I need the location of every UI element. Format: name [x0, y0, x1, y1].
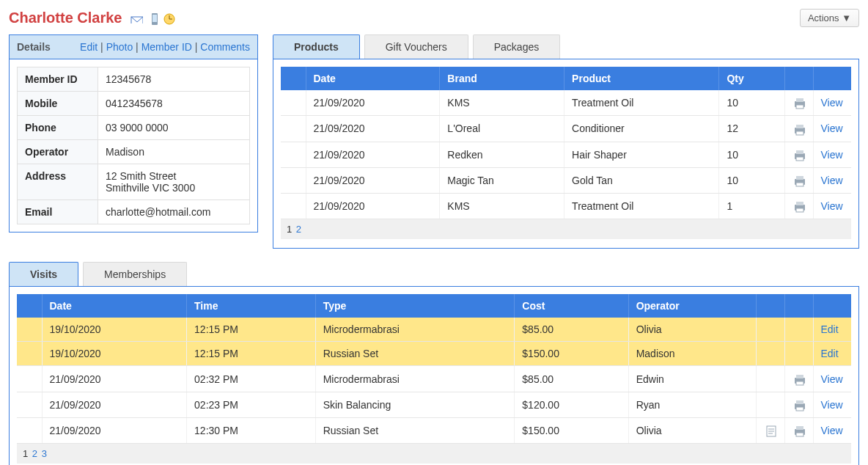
address-value: 12 Smith Street Smithville VIC 3000	[98, 164, 250, 200]
operator-label: Operator	[18, 140, 98, 164]
row-action-link[interactable]: View	[821, 425, 843, 436]
products-panel: Date Brand Product Qty 21/09/2020KMSTrea…	[273, 59, 859, 249]
cell-product: Treatment Oil	[564, 194, 719, 219]
cell-cost: $85.00	[515, 366, 628, 392]
col-visit-type: Type	[315, 294, 515, 318]
table-row: 19/10/202012:15 PMRussian Set$150.00Madi…	[17, 342, 851, 366]
operator-value: Madison	[98, 140, 250, 164]
tab-gift-vouchers[interactable]: Gift Vouchers	[364, 34, 468, 59]
cell-date: 21/09/2020	[306, 90, 440, 116]
table-row: 21/09/2020RedkenHair Shaper10View	[281, 142, 851, 167]
col-product: Product	[564, 67, 719, 90]
details-title: Details	[17, 41, 51, 53]
pager-current: 1	[287, 224, 292, 235]
cell-date: 21/09/2020	[306, 116, 440, 142]
pager-page-3[interactable]: 3	[42, 448, 47, 459]
view-link[interactable]: View	[821, 149, 843, 161]
cell-type: Skin Balancing	[315, 392, 515, 417]
details-photo-link[interactable]: Photo	[106, 41, 133, 53]
view-link[interactable]: View	[821, 175, 843, 186]
phone-value: 03 9000 0000	[98, 116, 250, 140]
row-action-link[interactable]: View	[821, 399, 843, 411]
cell-cost: $150.00	[515, 418, 628, 444]
cell-cost: $120.00	[515, 392, 628, 417]
cell-product: Gold Tan	[564, 167, 719, 193]
details-panel: Details Edit | Photo | Member ID | Comme…	[9, 34, 258, 232]
member-id-value: 12345678	[98, 67, 250, 92]
visits-panel: Date Time Type Cost Operator 19/10/20201…	[9, 286, 859, 465]
table-row: 21/09/2020KMSTreatment Oil10View	[281, 90, 851, 116]
cell-brand: Redken	[440, 142, 564, 167]
cell-qty: 10	[719, 167, 784, 193]
cell-product: Hair Shaper	[564, 142, 719, 167]
pager-current: 1	[23, 448, 28, 459]
phone-label: Phone	[18, 116, 98, 140]
cell-date: 19/10/2020	[42, 318, 187, 342]
row-action-link[interactable]: Edit	[821, 323, 839, 335]
col-date: Date	[306, 67, 440, 90]
cell-date: 21/09/2020	[42, 418, 187, 444]
address-line1: 12 Smith Street	[106, 170, 177, 182]
cell-date: 19/10/2020	[42, 342, 187, 366]
printer-icon[interactable]	[792, 96, 806, 108]
details-comments-link[interactable]: Comments	[200, 41, 250, 53]
table-row: 21/09/2020L'OrealConditioner12View	[281, 116, 851, 142]
table-row: 21/09/202002:32 PMMicrodermabrasi$85.00E…	[17, 366, 851, 392]
printer-icon[interactable]	[792, 424, 806, 436]
view-link[interactable]: View	[821, 97, 843, 109]
cell-time: 02:23 PM	[187, 392, 316, 417]
printer-icon[interactable]	[792, 398, 806, 410]
cell-cost: $85.00	[515, 318, 628, 342]
printer-icon[interactable]	[792, 122, 806, 133]
view-link[interactable]: View	[821, 200, 843, 212]
cell-qty: 12	[719, 116, 784, 142]
cell-brand: Magic Tan	[440, 167, 564, 193]
row-action-link[interactable]: View	[821, 373, 843, 385]
printer-icon[interactable]	[792, 174, 806, 186]
printer-icon[interactable]	[792, 372, 806, 384]
customer-name: Charlotte Clarke	[9, 10, 122, 26]
mobile-value: 0412345678	[98, 92, 250, 116]
cell-qty: 10	[719, 142, 784, 167]
clock-icon[interactable]	[162, 12, 175, 25]
pager-page-2[interactable]: 2	[32, 448, 37, 459]
actions-button[interactable]: Actions ▼	[800, 9, 859, 27]
view-link[interactable]: View	[821, 122, 843, 134]
table-row: 21/09/202002:23 PMSkin Balancing$120.00R…	[17, 392, 851, 417]
col-qty: Qty	[719, 67, 784, 90]
printer-icon[interactable]	[792, 199, 806, 211]
row-action-link[interactable]: Edit	[821, 348, 839, 359]
col-visit-time: Time	[187, 294, 316, 318]
tab-packages[interactable]: Packages	[473, 34, 560, 59]
printer-icon[interactable]	[792, 148, 806, 160]
address-line2: Smithville VIC 3000	[106, 182, 195, 194]
tab-visits[interactable]: Visits	[9, 262, 78, 286]
cell-time: 12:15 PM	[187, 342, 316, 366]
cell-type: Russian Set	[315, 342, 515, 366]
table-row: 19/10/202012:15 PMMicrodermabrasi$85.00O…	[17, 318, 851, 342]
cell-date: 21/09/2020	[42, 366, 187, 392]
cell-operator: Olivia	[628, 318, 756, 342]
email-icon[interactable]	[130, 12, 143, 23]
cell-type: Microdermabrasi	[315, 318, 515, 342]
address-label: Address	[18, 164, 98, 200]
tab-products[interactable]: Products	[273, 34, 360, 59]
pager-page-2[interactable]: 2	[296, 224, 301, 235]
col-visit-date: Date	[42, 294, 187, 318]
cell-brand: KMS	[440, 194, 564, 219]
tab-memberships[interactable]: Memberships	[83, 262, 187, 286]
cell-type: Russian Set	[315, 418, 515, 444]
cell-product: Treatment Oil	[564, 90, 719, 116]
table-row: 21/09/202012:30 PMRussian Set$150.00Oliv…	[17, 418, 851, 444]
col-brand: Brand	[440, 67, 564, 90]
details-edit-link[interactable]: Edit	[80, 41, 98, 53]
note-icon[interactable]	[764, 424, 777, 436]
details-memberid-link[interactable]: Member ID	[141, 41, 192, 53]
cell-cost: $150.00	[515, 342, 628, 366]
mobile-label: Mobile	[18, 92, 98, 116]
cell-date: 21/09/2020	[42, 392, 187, 417]
cell-date: 21/09/2020	[306, 194, 440, 219]
table-row: 21/09/2020Magic TanGold Tan10View	[281, 167, 851, 193]
cell-operator: Madison	[628, 342, 756, 366]
phone-icon[interactable]	[147, 12, 158, 25]
